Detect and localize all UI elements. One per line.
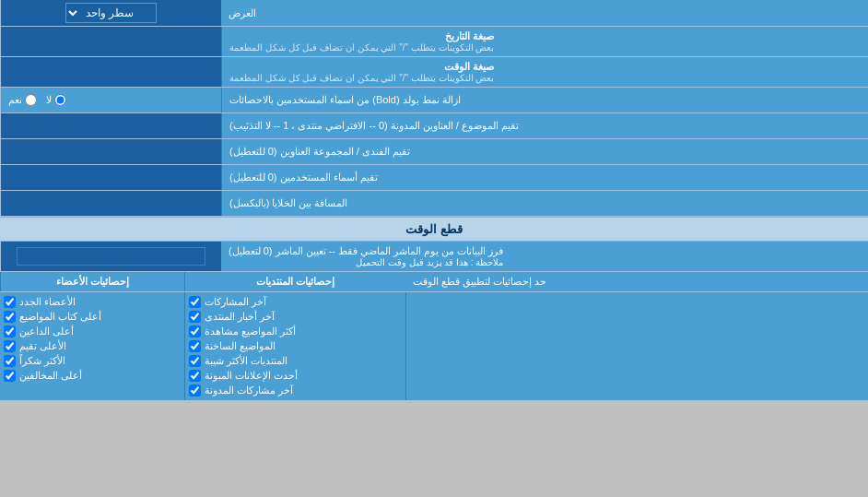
bold-usernames-row: ازالة نمط بولد (Bold) من اسماء المستخدمي… xyxy=(0,88,868,113)
time-format-label: صيغة الوقت بعض التكوينات يتطلب "/" التي … xyxy=(221,57,868,87)
cutoff-note: ملاحظة : هذا قد يزيد قبل وقت التحميل xyxy=(229,257,503,267)
hot-topics-checkbox[interactable] xyxy=(189,340,201,352)
top-rated-checkbox[interactable] xyxy=(4,340,16,352)
cutoff-label-text: فرز البيانات من يوم الماشر الماضي فقط --… xyxy=(229,245,503,256)
time-format-input[interactable]: H:i xyxy=(6,64,216,80)
bold-no-label[interactable]: لا xyxy=(46,94,66,106)
empty-left xyxy=(405,292,868,400)
forum-news-checkbox[interactable] xyxy=(189,311,201,323)
cutoff-label: فرز البيانات من يوم الماشر الماضي فقط --… xyxy=(221,242,868,271)
top-callers-label: أعلى الداعين xyxy=(19,325,74,337)
checkbox-item-blog-posts: آخر مشاركات المدونة xyxy=(189,385,402,396)
limit-label-text: حد إحصائيات لتطبيق قطع الوقت xyxy=(413,276,546,288)
checkbox-item-most-viewed: أكثر المواضيع مشاهدة xyxy=(189,325,402,337)
cell-spacing-row: المسافة بين الخلايا (بالبكسل) 2 xyxy=(0,191,868,217)
last-posts-checkbox[interactable] xyxy=(189,296,201,308)
bold-no-radio[interactable] xyxy=(54,94,66,106)
member-stats-col: الأعضاء الجدد أعلى كتاب المواضيع أعلى ال… xyxy=(0,292,184,400)
bold-yes-text: نعم xyxy=(8,94,22,106)
stats-headers-row: حد إحصائيات لتطبيق قطع الوقت إحصائيات ال… xyxy=(0,272,868,292)
date-format-label-text: صيغة التاريخ xyxy=(445,30,494,41)
forum-news-label: آخر أخبار المنتدى xyxy=(205,311,275,323)
checkbox-item-top-violators: أعلى المخالفين xyxy=(4,370,181,382)
bold-yes-label[interactable]: نعم xyxy=(8,94,37,106)
main-container: العرض سطر واحد سطرين ثلاثة أسطر صيغة الت… xyxy=(0,0,868,401)
bold-no-text: لا xyxy=(46,94,52,106)
display-label-text: العرض xyxy=(229,7,256,19)
cutoff-row: فرز البيانات من يوم الماشر الماضي فقط --… xyxy=(0,242,868,272)
bold-label-text: ازالة نمط بولد (Bold) من اسماء المستخدمي… xyxy=(229,94,461,106)
most-thanks-label: الأكثر شكراً xyxy=(19,355,65,367)
time-format-row: صيغة الوقت بعض التكوينات يتطلب "/" التي … xyxy=(0,57,868,88)
blog-posts-label: آخر مشاركات المدونة xyxy=(205,385,293,396)
time-format-label-text: صيغة الوقت xyxy=(444,61,494,72)
bold-label: ازالة نمط بولد (Bold) من اسماء المستخدمي… xyxy=(221,88,868,112)
top-violators-checkbox[interactable] xyxy=(4,370,16,382)
date-format-sublabel: بعض التكوينات يتطلب "/" التي يمكن ان تضا… xyxy=(229,42,494,53)
checkbox-item-forum-news: آخر أخبار المنتدى xyxy=(189,311,402,323)
stats-col1-header-text: إحصائيات المنتديات xyxy=(256,276,334,287)
cutoff-input-container: 0 xyxy=(0,242,221,271)
latest-announcements-label: أحدث الإعلانات المبونة xyxy=(205,370,298,382)
forum-order-label-text: تقيم الفندى / المجموعة العناوين (0 للتعط… xyxy=(229,146,410,158)
date-format-label: صيغة التاريخ بعض التكوينات يتطلب "/" الت… xyxy=(221,27,868,56)
username-order-row: تقيم أسماء المستخدمين (0 للتعطيل) 0 xyxy=(0,165,868,191)
time-format-input-container: H:i xyxy=(0,57,221,87)
cell-spacing-input-container: 2 xyxy=(0,191,221,216)
blog-posts-checkbox[interactable] xyxy=(189,385,201,396)
top-callers-checkbox[interactable] xyxy=(4,325,16,337)
most-viewed-label: أكثر المواضيع مشاهدة xyxy=(205,325,296,337)
title-order-input-container: 33 xyxy=(0,113,221,138)
date-format-input[interactable]: d-m xyxy=(6,33,216,50)
top-writers-label: أعلى كتاب المواضيع xyxy=(19,311,101,323)
username-order-input-container: 0 xyxy=(0,165,221,190)
display-row: العرض سطر واحد سطرين ثلاثة أسطر xyxy=(0,0,868,27)
title-order-label: تقيم الموضوع / العناوين المدونة (0 -- ال… xyxy=(221,113,868,138)
checkbox-item-most-thanks: الأكثر شكراً xyxy=(4,355,181,367)
top-writers-checkbox[interactable] xyxy=(4,311,16,323)
time-format-sublabel: بعض التكوينات يتطلب "/" التي يمكن ان تضا… xyxy=(229,73,494,83)
checkbox-item-hot-topics: المواضيع الساخنة xyxy=(189,340,402,352)
forum-order-label: تقيم الفندى / المجموعة العناوين (0 للتعط… xyxy=(221,139,868,164)
checkbox-item-top-rated: الأعلى تقيم xyxy=(4,340,181,352)
display-select-container: سطر واحد سطرين ثلاثة أسطر xyxy=(0,0,221,26)
username-order-label-text: تقيم أسماء المستخدمين (0 للتعطيل) xyxy=(229,172,378,183)
stats-col2-header-text: إحصائيات الأعضاء xyxy=(56,276,129,287)
cutoff-input[interactable]: 0 xyxy=(17,247,205,266)
cell-spacing-label-text: المسافة بين الخلايا (بالبكسل) xyxy=(229,197,348,209)
top-violators-label: أعلى المخالفين xyxy=(19,370,82,382)
most-thanks-checkbox[interactable] xyxy=(4,355,16,367)
stats-col2-header: إحصائيات الأعضاء xyxy=(0,272,184,291)
most-viewed-checkbox[interactable] xyxy=(189,325,201,337)
forum-order-row: تقيم الفندى / المجموعة العناوين (0 للتعط… xyxy=(0,139,868,165)
date-format-input-container: d-m xyxy=(0,27,221,56)
cell-spacing-label: المسافة بين الخلايا (بالبكسل) xyxy=(221,191,868,216)
cutoff-header-text: قطع الوقت xyxy=(405,222,463,236)
hot-topics-label: المواضيع الساخنة xyxy=(205,340,276,352)
checkbox-item-new-members: الأعضاء الجدد xyxy=(4,296,181,308)
forum-order-input[interactable]: 33 xyxy=(6,144,216,160)
cutoff-section-header: قطع الوقت xyxy=(0,217,868,242)
bold-yes-radio[interactable] xyxy=(25,94,37,106)
forum-order-input-container: 33 xyxy=(0,139,221,164)
checkbox-item-top-callers: أعلى الداعين xyxy=(4,325,181,337)
limit-label: حد إحصائيات لتطبيق قطع الوقت xyxy=(405,272,868,291)
top-rated-label: الأعلى تقيم xyxy=(19,340,66,352)
most-popular-label: المنتديات الأكثر شيبة xyxy=(205,355,287,367)
checkbox-item-last-posts: آخر المشاركات xyxy=(189,296,402,308)
latest-announcements-checkbox[interactable] xyxy=(189,370,201,382)
display-select[interactable]: سطر واحد سطرين ثلاثة أسطر xyxy=(65,3,157,23)
forum-stats-col: آخر المشاركات آخر أخبار المنتدى أكثر الم… xyxy=(184,292,405,400)
username-order-label: تقيم أسماء المستخدمين (0 للتعطيل) xyxy=(221,165,868,190)
title-order-row: تقيم الموضوع / العناوين المدونة (0 -- ال… xyxy=(0,113,868,139)
new-members-checkbox[interactable] xyxy=(4,296,16,308)
date-format-row: صيغة التاريخ بعض التكوينات يتطلب "/" الت… xyxy=(0,27,868,57)
checkbox-item-latest-announcements: أحدث الإعلانات المبونة xyxy=(189,370,402,382)
most-popular-checkbox[interactable] xyxy=(189,355,201,367)
bold-radio-container: لا نعم xyxy=(0,88,221,112)
stats-col1-header: إحصائيات المنتديات xyxy=(184,272,405,291)
checkbox-item-most-popular: المنتديات الأكثر شيبة xyxy=(189,355,402,367)
cell-spacing-input[interactable]: 2 xyxy=(6,195,216,212)
title-order-input[interactable]: 33 xyxy=(6,118,216,135)
username-order-input[interactable]: 0 xyxy=(6,170,216,186)
